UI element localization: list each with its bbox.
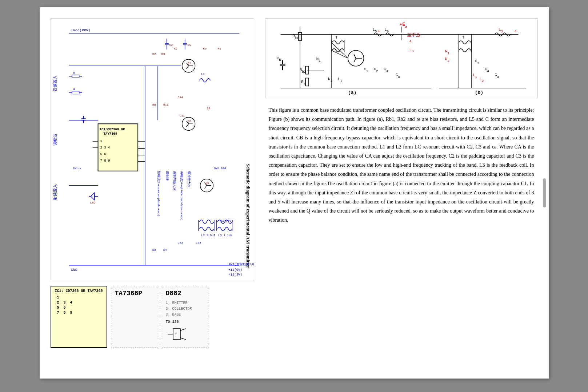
top-circuit-diagram: +Ec Rb1 Cb T	[265, 18, 538, 98]
svg-text:T: T	[175, 333, 177, 336]
svg-text:R11: R11	[163, 103, 168, 106]
svg-text:R3: R3	[161, 52, 165, 56]
svg-text:1: 1	[100, 139, 102, 143]
svg-text:ANT(发射线圈/ANTENNA): ANT(发射线圈/ANTENNA)	[228, 262, 254, 266]
svg-text:C11: C11	[179, 114, 185, 117]
svg-text:R: R	[73, 88, 75, 91]
svg-text:C5: C5	[187, 43, 191, 47]
svg-text:4: 4	[377, 29, 380, 33]
svg-text:7  8  9: 7 8 9	[100, 159, 110, 163]
svg-text:R: R	[73, 71, 75, 75]
svg-text:IC1:CD7368 OR: IC1:CD7368 OR	[99, 128, 125, 131]
svg-text:L2 2.5nT: L2 2.5nT	[201, 234, 215, 237]
svg-text:Q1: Q1	[187, 62, 191, 65]
svg-text:4: 4	[409, 39, 411, 43]
svg-text:SW1-K: SW1-K	[72, 167, 81, 170]
d882-spec-1: 1. EMITTER	[166, 300, 205, 306]
description-text: This figure is a common base modulated t…	[265, 106, 538, 368]
ic-pin-234: 2 3 4	[57, 300, 103, 305]
svg-text:+VCC(PPV): +VCC(PPV)	[217, 219, 233, 222]
ic-title: IC1: CD7368 OR TAY7368	[55, 289, 103, 294]
svg-text:2  3  4: 2 3 4	[100, 146, 110, 150]
svg-text:+Vcc(PPV): +Vcc(PPV)	[71, 28, 90, 32]
ic-pin-789: 7 8 9	[57, 310, 103, 316]
svg-text:C6: C6	[203, 47, 207, 50]
svg-text:缓冲放大次: 缓冲放大次	[187, 171, 191, 187]
svg-text:Schematic diagram of experimen: Schematic diagram of experimental AM tra…	[245, 164, 251, 268]
scrollbar[interactable]	[543, 178, 546, 207]
svg-text:C7: C7	[174, 47, 177, 50]
ic-pin-56: 5 6	[57, 305, 103, 310]
d882-box: D882 1. EMITTER 2. COLLECTOR 3. BASE TO-…	[162, 286, 209, 348]
svg-text:恒幅波(Constant amplitude wave): 恒幅波(Constant amplitude wave)	[157, 171, 160, 216]
svg-text:R2: R2	[152, 52, 156, 56]
svg-text:C23: C23	[196, 241, 201, 244]
svg-text:(a): (a)	[348, 90, 356, 95]
left-panel: 音频源入 调幅波 射频源入 恒幅波(Constant amplitude wav…	[51, 18, 254, 368]
page: 音频源入 调幅波 射频源入 恒幅波(Constant amplitude wav…	[40, 7, 549, 379]
ic-info-box: IC1: CD7368 OR TAY7368 1 2 3 4 5 6 7 8 9	[51, 286, 107, 348]
svg-text:调幅波(Amplitude modulation wave): 调幅波(Amplitude modulation wave)	[180, 171, 183, 220]
d882-name: D882	[166, 288, 205, 299]
svg-rect-106	[272, 19, 530, 98]
d882-model: TO-126	[166, 319, 205, 325]
d882-spec-3: 3. BASE	[166, 312, 205, 318]
svg-text:T: T	[335, 35, 337, 40]
svg-text:Q3: Q3	[205, 181, 209, 185]
svg-text:C2: C2	[169, 43, 173, 47]
svg-text:C14: C14	[177, 96, 183, 99]
svg-text:R8: R8	[152, 103, 156, 106]
svg-text:+11(9V): +11(9V)	[228, 268, 242, 272]
svg-line-103	[180, 329, 186, 330]
ta7368p-box: TA7368P	[111, 286, 158, 348]
svg-text:调制与放大次: 调制与放大次	[172, 171, 176, 191]
svg-text:SW2.500: SW2.500	[214, 167, 226, 170]
component-info-area: IC1: CD7368 OR TAY7368 1 2 3 4 5 6 7 8 9…	[51, 286, 254, 348]
svg-text:+11(3V): +11(3V)	[228, 273, 242, 277]
svg-text:TAY7368: TAY7368	[103, 132, 117, 136]
svg-text:C22: C22	[177, 241, 183, 244]
svg-text:5  6: 5 6	[100, 153, 106, 156]
d882-spec-2: 2. COLLECTOR	[166, 306, 205, 312]
svg-text:L1: L1	[201, 72, 205, 76]
svg-text:T: T	[462, 35, 464, 40]
svg-line-104	[180, 338, 186, 340]
ic-pin-1: 1	[57, 295, 103, 300]
svg-text:至中放: 至中放	[407, 33, 420, 38]
svg-text:调幅波: 调幅波	[52, 134, 57, 146]
svg-text:R8: R8	[207, 107, 210, 110]
svg-text:L3 1.1nH: L3 1.1nH	[218, 234, 232, 237]
svg-text:(b): (b)	[475, 90, 483, 95]
svg-text:4: 4	[514, 29, 516, 33]
svg-text:D3: D3	[152, 248, 156, 252]
svg-rect-0	[51, 19, 254, 280]
ta7368p-name: TA7368P	[115, 288, 154, 299]
svg-text:GND: GND	[71, 268, 77, 272]
svg-text:Q2: Q2	[187, 119, 191, 123]
svg-text:音频源入: 音频源入	[52, 75, 57, 91]
svg-text:LED: LED	[90, 201, 95, 204]
right-panel: +Ec Rb1 Cb T	[265, 18, 538, 368]
main-circuit-diagram: 音频源入 调幅波 射频源入 恒幅波(Constant amplitude wav…	[51, 18, 254, 280]
svg-text:调制波: 调制波	[165, 171, 169, 181]
svg-text:R5: R5	[217, 47, 221, 50]
svg-text:射频源入: 射频源入	[52, 184, 57, 200]
svg-text:D4: D4	[163, 248, 167, 252]
